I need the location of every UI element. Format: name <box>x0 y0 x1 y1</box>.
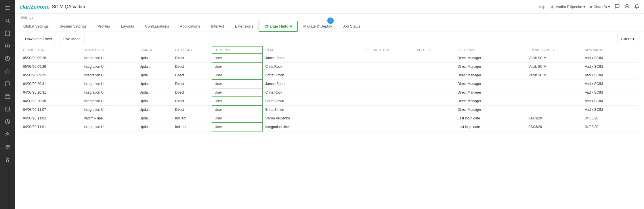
help-link[interactable]: Help <box>538 5 545 9</box>
cell-item_type: User <box>212 123 263 131</box>
sidebar-item-badge[interactable] <box>1 154 14 165</box>
tab-system-settings[interactable]: System Settings <box>54 21 92 32</box>
tab-global-settings[interactable]: Global Settings <box>18 21 54 32</box>
topbar-right: Help Vadim Pilipenko ▾ Chat (0) ▾ <box>538 4 639 10</box>
cell-changed_by: Integration U... <box>81 105 137 114</box>
cell-changed_on: 05/03/20 09:26 <box>21 62 81 71</box>
col-header-previous-value: PREVIOUS VALUE <box>526 46 582 54</box>
alert-icon[interactable] <box>634 4 639 10</box>
tab-profiles[interactable]: Profiles <box>92 21 115 32</box>
cell-previous_value: 03/03/20 <box>526 123 582 131</box>
cell-previous_value: Vadik SCIM <box>526 62 582 71</box>
sidebar-item-home[interactable] <box>1 65 14 77</box>
sidebar-item-add[interactable] <box>1 40 14 52</box>
sidebar-item-menu[interactable] <box>1 2 14 14</box>
tab-extensions[interactable]: Extensions <box>230 21 259 32</box>
tab-job-status[interactable]: Job Status <box>337 21 366 32</box>
cell-change: Upda... <box>137 114 173 123</box>
table-row[interactable]: 04/03/20 20:31Integration U...Upda...Dir… <box>21 80 638 88</box>
svg-point-16 <box>7 132 9 134</box>
tab-applications[interactable]: Applications <box>175 21 206 32</box>
table-row[interactable]: 04/03/20 11:01Integration U...Upda...Ind… <box>21 123 638 131</box>
cell-item_type: User <box>212 62 263 71</box>
cell-changed_on: 04/03/20 20:31 <box>21 80 81 88</box>
cell-previous_value <box>526 88 582 97</box>
col-header-project: PROJECT <box>415 46 455 54</box>
cell-category: Indirect <box>173 123 212 131</box>
sidebar-item-briefcase[interactable] <box>1 91 14 102</box>
cell-field_name: Last login date <box>455 123 526 131</box>
sidebar-item-group[interactable] <box>1 141 14 153</box>
cell-change: Upda... <box>137 80 173 88</box>
cell-category: Direct <box>173 80 212 88</box>
cell-item_type: User <box>212 105 263 114</box>
cell-category: Direct <box>173 54 212 62</box>
sidebar-item-chart[interactable] <box>1 116 14 127</box>
tab-change-history[interactable]: Change History <box>259 21 298 32</box>
cell-category: Direct <box>173 105 212 114</box>
layers-icon[interactable] <box>624 4 630 10</box>
tab-interact[interactable]: InterAct <box>206 21 230 32</box>
cell-change: Upda... <box>137 97 173 105</box>
cell-project <box>415 88 455 97</box>
cell-changed_on: 05/03/20 09:26 <box>21 54 81 62</box>
cell-item: James Bond <box>263 80 364 88</box>
cell-related_item <box>364 105 415 114</box>
cell-field_name: Direct Manager <box>455 80 526 88</box>
col-header-category: CATEGORY <box>173 46 212 54</box>
table-row[interactable]: 04/03/20 20:30Integration U...Upda...Dir… <box>21 97 638 105</box>
svg-point-3 <box>6 19 9 22</box>
cell-item: Chris Rock <box>263 88 364 97</box>
cell-change: Upda... <box>137 71 173 80</box>
table-row[interactable]: 04/03/20 11:07Integration U...Upda...Dir… <box>21 105 638 114</box>
cell-project <box>415 105 455 114</box>
app-logo: clariženone SCIM QA Vadim <box>20 4 85 10</box>
cell-item: Britta Simon <box>263 97 364 105</box>
user-info: Vadim Pilipenko ▾ <box>550 5 585 9</box>
svg-rect-10 <box>5 95 10 99</box>
live-mode-button[interactable]: Live Mode <box>59 35 85 43</box>
sidebar-item-list[interactable] <box>1 103 14 115</box>
user-dropdown-icon[interactable]: ▾ <box>583 5 585 9</box>
download-excel-button[interactable]: Download Excel <box>21 35 56 43</box>
cell-change: Upda... <box>137 123 173 131</box>
cell-changed_by: Integration U... <box>81 97 137 105</box>
table-row[interactable]: 05/03/20 09:26Integration U...Upda...Dir… <box>21 62 638 71</box>
sidebar-item-cart[interactable] <box>1 28 14 39</box>
table-row[interactable]: 05/03/20 09:26Integration U...Upda...Dir… <box>21 54 638 62</box>
cell-new_value: Vadik SCIM <box>582 62 638 71</box>
cell-item: James Bond <box>263 54 364 62</box>
cell-new_value: Vadik SCIM <box>582 88 638 97</box>
table-row[interactable]: 04/03/20 11:02Vadim Pilipe...Upda...Indi… <box>21 114 638 123</box>
cell-change: Upda... <box>137 105 173 114</box>
col-header-changed-on: CHANGED ON <box>21 46 81 54</box>
table-row[interactable]: 04/03/20 20:31Integration U...Upda...Dir… <box>21 88 638 97</box>
cell-project <box>415 71 455 80</box>
filters-dropdown-icon: ▾ <box>632 37 635 41</box>
table-row[interactable]: 05/03/20 09:25Integration U...Upda...Dir… <box>21 71 638 80</box>
cell-change: Upda... <box>137 88 173 97</box>
tab-configurations[interactable]: Configurations <box>139 21 175 32</box>
tab-layouts[interactable]: Layouts <box>115 21 139 32</box>
chat-dropdown-icon[interactable]: ▾ <box>608 5 610 9</box>
user-name: Vadim Pilipenko <box>556 5 582 9</box>
cell-changed_on: 04/03/20 11:01 <box>21 123 81 131</box>
cell-item_type: User <box>212 71 263 80</box>
svg-point-17 <box>6 145 7 147</box>
cell-project <box>415 80 455 88</box>
toolbar: Download Excel Live Mode Filters ▾ <box>15 32 644 46</box>
sidebar-item-search[interactable] <box>1 15 14 26</box>
notifications-icon[interactable] <box>615 4 620 10</box>
col-header-changed-by: CHANGED BY <box>81 46 137 54</box>
sidebar-item-person[interactable] <box>1 129 14 140</box>
cell-changed_by: Integration U... <box>81 123 137 131</box>
sidebar-item-clock[interactable] <box>1 53 14 64</box>
sidebar-item-chat[interactable] <box>1 78 14 90</box>
cell-changed_by: Integration U... <box>81 80 137 88</box>
user-icon <box>550 5 555 9</box>
cell-previous_value: Vadik SCIM <box>526 71 582 80</box>
filters-button[interactable]: Filters ▾ <box>618 35 638 43</box>
col-header-item: ITEM <box>263 46 364 54</box>
cell-project <box>415 54 455 62</box>
cell-new_value: Vadik SCIM <box>582 80 638 88</box>
